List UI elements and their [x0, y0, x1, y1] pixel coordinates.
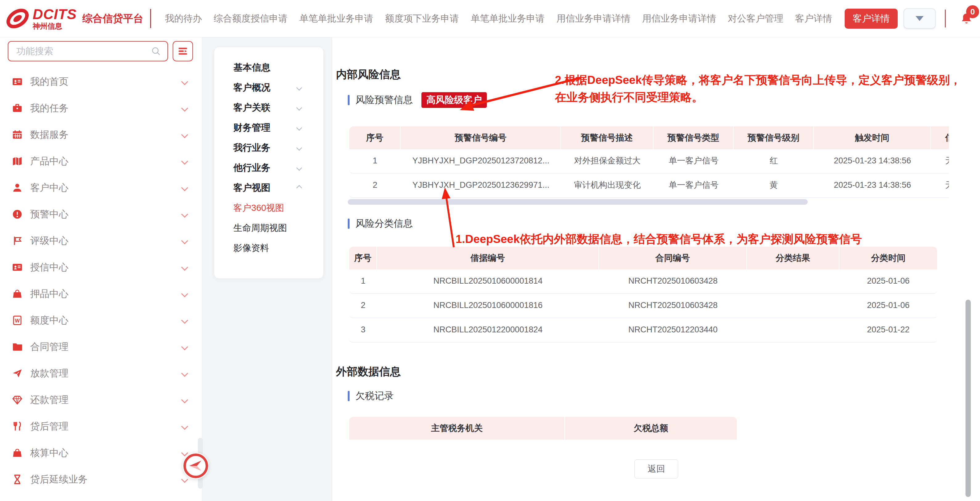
table-row[interactable]: 3NRCBILL2025012200001824NRCHT20250122034… — [349, 318, 937, 342]
search-input[interactable] — [8, 46, 151, 56]
sidebar-item-2[interactable]: 我的任务 — [0, 95, 202, 121]
nav-tab-4[interactable]: 额度项下业务申请 — [385, 12, 459, 25]
header-right-cluster: 0 — [904, 8, 980, 29]
sidebar-item-9[interactable]: 押品中心 — [0, 281, 202, 307]
tax-arrears-section-header: 欠税记录 — [348, 389, 394, 402]
idcard-icon — [12, 262, 23, 273]
nav-tab-5[interactable]: 单笔单批业务申请 — [471, 12, 545, 25]
sidebar-item-4[interactable]: 产品中心 — [0, 148, 202, 175]
sidebar-item-label: 贷后延续业务 — [30, 473, 88, 486]
folder-icon — [12, 341, 23, 352]
submenu-subitem-label: 客户360视图 — [233, 202, 284, 214]
nav-tab-3[interactable]: 单笔单批业务申请 — [299, 12, 373, 25]
table-cell: YJBHYJXH_DGP20250123720812... — [401, 149, 561, 173]
bag-icon — [12, 288, 23, 299]
table-header-row: 序号借据编号合同编号分类结果分类时间 — [349, 247, 937, 269]
horizontal-scrollbar[interactable] — [348, 199, 808, 205]
sidebar-item-6[interactable]: 预警中心 — [0, 201, 202, 227]
diamond-icon — [12, 394, 23, 406]
chevron-down-icon — [297, 106, 301, 110]
table-cell: 1 — [349, 149, 401, 173]
menu-list-button[interactable] — [173, 41, 193, 61]
collapse-panel-button[interactable] — [183, 453, 209, 479]
svg-text:W: W — [15, 318, 20, 323]
diamond-icon — [12, 394, 23, 406]
sidebar-item-14[interactable]: 贷后管理 — [0, 413, 202, 440]
utensils-icon — [12, 421, 23, 432]
submenu-subitem-2[interactable]: 生命周期视图 — [214, 218, 323, 238]
app-logo: DCITS 神州信息 综合信贷平台 — [0, 6, 143, 31]
notifications-button[interactable]: 0 — [960, 12, 973, 25]
submenu-item-label: 他行业务 — [233, 162, 270, 174]
header-divider — [945, 10, 946, 27]
section-bar — [348, 391, 350, 401]
sidebar-item-10[interactable]: W额度中心 — [0, 307, 202, 334]
nav-tab-9[interactable]: 客户详情 — [795, 12, 832, 25]
table-cell — [747, 269, 839, 293]
sidebar-item-3[interactable]: 数据服务 — [0, 121, 202, 148]
chevron-down-icon — [297, 126, 301, 130]
tax-arrears-title: 欠税记录 — [355, 390, 394, 402]
calendar-icon — [12, 129, 23, 140]
table-row[interactable]: 2NRCBILL2025010600001816NRCHT20250106034… — [349, 294, 937, 318]
risk-classification-section-header: 风险分类信息 — [348, 217, 413, 230]
submenu-item-label: 我行业务 — [233, 142, 270, 154]
nav-tab-8[interactable]: 对公客户管理 — [728, 12, 783, 25]
alert-icon — [12, 209, 23, 220]
collapse-arrow-icon — [183, 453, 209, 479]
chevron-down-icon — [182, 159, 187, 164]
sidebar-item-15[interactable]: 核算中心 — [0, 440, 202, 466]
chevron-down-icon — [182, 424, 187, 429]
sidebar-item-11[interactable]: 合同管理 — [0, 334, 202, 360]
sidebar-item-12[interactable]: 放款管理 — [0, 360, 202, 386]
submenu-subitem-3[interactable]: 影像资料 — [214, 238, 323, 258]
sidebar-item-8[interactable]: 授信中心 — [0, 254, 202, 281]
risk-warning-title: 风险预警信息 — [355, 94, 413, 107]
submenu-item-5[interactable]: 我行业务 — [214, 138, 323, 158]
flag-icon — [12, 235, 23, 247]
table-cell: 单一客户信号 — [654, 173, 734, 197]
doc-w-icon: W — [12, 315, 23, 326]
vertical-scrollbar[interactable] — [966, 300, 971, 497]
sidebar-item-5[interactable]: 客户中心 — [0, 175, 202, 201]
submenu-item-1[interactable]: 基本信息 — [214, 58, 323, 78]
submenu-item-2[interactable]: 客户概况 — [214, 78, 323, 98]
sidebar-item-1[interactable]: 我的首页 — [0, 68, 202, 95]
table-cell: 2025-01-22 — [839, 318, 937, 342]
submenu-item-6[interactable]: 他行业务 — [214, 158, 323, 178]
table-cell: NRCHT2025010603428 — [599, 269, 747, 293]
back-button[interactable]: 返回 — [635, 460, 678, 479]
column-header: 预警信号编号 — [401, 126, 561, 149]
briefcase-icon — [12, 103, 23, 114]
nav-tab-10[interactable]: 客户详情 — [845, 9, 898, 29]
bag-icon — [12, 447, 23, 458]
table-cell: NRCBILL2025012200001824 — [377, 318, 599, 342]
tabs-dropdown-button[interactable] — [904, 8, 935, 29]
nav-tab-2[interactable]: 综合额度授信申请 — [214, 12, 288, 25]
table-row[interactable]: 2YJBHYJXH_DGP20250123629971...审计机构出现变化单一… — [349, 173, 949, 198]
send-icon — [12, 368, 23, 379]
table-cell: 无 — [931, 149, 949, 173]
column-header: 主管税务机关 — [349, 417, 565, 440]
submenu-item-4[interactable]: 财务管理 — [214, 118, 323, 138]
chevron-down-icon — [297, 146, 301, 150]
submenu-item-7[interactable]: 客户视图 — [214, 178, 323, 198]
submenu-subitem-active[interactable]: 客户360视图 — [214, 198, 323, 218]
sidebar-item-label: 合同管理 — [30, 340, 68, 353]
table-row[interactable]: 1YJBHYJXH_DGP20250123720812...对外担保金额过大单一… — [349, 149, 949, 173]
table-row[interactable]: 1NRCBILL2025010600001814NRCHT20250106034… — [349, 269, 937, 294]
nav-tab-1[interactable]: 我的待办 — [165, 12, 202, 25]
sidebar-item-16[interactable]: 贷后延续业务 — [0, 466, 202, 493]
briefcase-icon — [12, 103, 23, 114]
column-header: 序号 — [349, 126, 401, 149]
sidebar-item-7[interactable]: 评级中心 — [0, 227, 202, 254]
nav-tab-7[interactable]: 用信业务申请详情 — [642, 12, 716, 25]
nav-tab-6[interactable]: 用信业务申请详情 — [557, 12, 630, 25]
chevron-down-icon — [182, 371, 187, 376]
table-cell: 无 — [931, 173, 949, 197]
table-cell: 1 — [349, 269, 377, 293]
idcard-icon — [12, 76, 23, 87]
submenu-item-3[interactable]: 客户关联 — [214, 98, 323, 118]
sidebar-item-13[interactable]: 还款管理 — [0, 386, 202, 413]
column-header: 触发时间 — [814, 126, 931, 149]
